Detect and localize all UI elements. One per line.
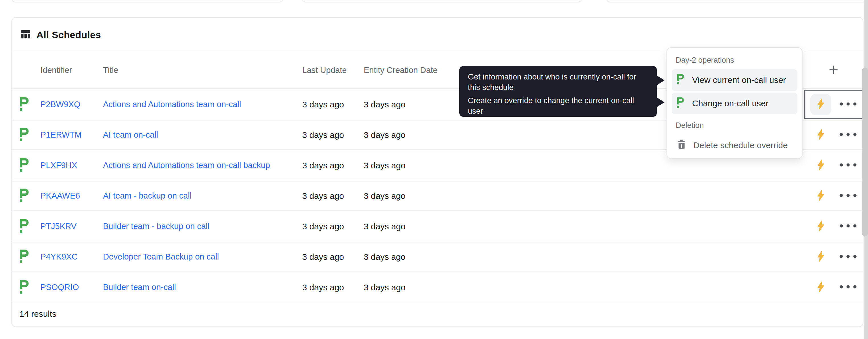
row-actions-cell	[804, 243, 863, 271]
page-title: All Schedules	[36, 29, 101, 40]
row-menu-button[interactable]	[839, 193, 857, 198]
last-update-value: 3 days ago	[302, 191, 344, 201]
row-actions-cell	[804, 120, 863, 149]
schedule-title-link[interactable]: Builder team - backup on call	[103, 222, 210, 231]
row-menu-button[interactable]	[839, 133, 857, 137]
schedule-title-link[interactable]: Developer Team Backup on call	[103, 252, 219, 261]
ellipsis-icon	[839, 163, 857, 168]
pagerduty-icon	[20, 199, 30, 203]
pagerduty-icon	[20, 290, 30, 295]
pagerduty-icon	[20, 138, 30, 142]
row-context-menu: Day-2 operations View current on-call us…	[666, 47, 803, 159]
tooltip-line: Create an override to change the current…	[468, 95, 648, 116]
row-menu-button[interactable]	[839, 102, 857, 107]
menu-item-view-current-on-call-user[interactable]: View current on-call user	[672, 69, 798, 91]
entity-creation-date-value: 3 days ago	[364, 161, 406, 170]
last-update-value: 3 days ago	[302, 252, 344, 261]
menu-item-delete-schedule-override[interactable]: Delete schedule override	[672, 135, 798, 156]
row-menu-button[interactable]	[839, 285, 857, 290]
menu-item-change-on-call-user[interactable]: Change on-call user	[672, 92, 798, 114]
schedule-identifier-link[interactable]: P2BW9XQ	[40, 100, 80, 109]
lightning-icon	[817, 251, 825, 263]
lightning-icon	[817, 281, 825, 293]
table-columns-icon	[21, 29, 31, 40]
column-header-last-update: Last Update	[302, 65, 364, 75]
pagerduty-icon	[20, 229, 30, 234]
partial-card-top-left	[11, 0, 283, 2]
row-actions-cell	[804, 151, 863, 180]
schedule-identifier-link[interactable]: PKAAWE6	[40, 191, 80, 200]
entity-creation-date-value: 3 days ago	[364, 130, 406, 140]
ellipsis-icon	[839, 193, 857, 198]
tooltip-arrow	[657, 97, 664, 107]
ellipsis-icon	[839, 224, 857, 229]
quick-actions-button[interactable]	[810, 247, 831, 267]
row-actions-cell	[804, 273, 863, 302]
entity-creation-date-value: 3 days ago	[364, 252, 406, 261]
entity-creation-date-value: 3 days ago	[364, 100, 406, 109]
pagerduty-icon	[20, 107, 30, 112]
schedule-identifier-link[interactable]: PSOQRIO	[40, 283, 79, 292]
quick-actions-button[interactable]	[810, 94, 831, 115]
lightning-icon	[817, 129, 825, 141]
menu-section-label: Day-2 operations	[672, 54, 798, 69]
table-row[interactable]: PTJ5KRV Builder team - backup on call 3 …	[12, 211, 863, 241]
ellipsis-icon	[839, 102, 857, 107]
pagerduty-icon	[677, 97, 685, 110]
lightning-icon	[817, 98, 825, 110]
partial-card-top-middle	[302, 0, 582, 2]
schedule-title-link[interactable]: AI team - backup on call	[103, 191, 191, 200]
last-update-value: 3 days ago	[302, 100, 344, 109]
quick-actions-button[interactable]	[810, 186, 831, 206]
entity-creation-date-value: 3 days ago	[364, 191, 406, 201]
column-header-title: Title	[103, 65, 302, 75]
table-row[interactable]: P4YK9XC Developer Team Backup on call 3 …	[12, 242, 863, 272]
trash-icon	[677, 140, 686, 151]
ellipsis-icon	[839, 254, 857, 259]
quick-actions-button[interactable]	[810, 124, 831, 146]
menu-item-label: Delete schedule override	[693, 140, 788, 150]
row-menu-button[interactable]	[839, 254, 857, 259]
table-row[interactable]: PSOQRIO Builder team on-call 3 days ago …	[12, 273, 863, 302]
menu-item-label: View current on-call user	[692, 75, 786, 85]
partial-card-top-right	[606, 0, 868, 2]
tooltip-line: Get information about who is currently o…	[468, 72, 648, 92]
schedule-title-link[interactable]: Actions and Automations team on-call	[103, 100, 241, 109]
card-header: All Schedules	[12, 18, 863, 52]
table-row[interactable]: PKAAWE6 AI team - backup on call 3 days …	[12, 181, 863, 210]
schedule-identifier-link[interactable]: P1ERWTM	[40, 130, 82, 139]
schedule-title-link[interactable]: Builder team on-call	[103, 283, 176, 292]
tooltip-arrow	[657, 76, 664, 85]
last-update-value: 3 days ago	[302, 222, 344, 231]
schedule-identifier-link[interactable]: PLXF9HX	[40, 161, 77, 170]
schedule-identifier-link[interactable]: PTJ5KRV	[40, 222, 76, 231]
add-schedule-button[interactable]	[826, 63, 841, 78]
last-update-value: 3 days ago	[302, 283, 344, 292]
scrollbar-thumb[interactable]	[862, 67, 868, 236]
quick-actions-button[interactable]	[810, 216, 831, 237]
quick-actions-button[interactable]	[810, 277, 831, 298]
menu-item-label: Change on-call user	[692, 98, 769, 108]
schedule-title-link[interactable]: Actions and Automations team on-call bac…	[103, 161, 270, 170]
lightning-icon	[817, 190, 825, 202]
ellipsis-icon	[839, 133, 857, 137]
results-count: 14 results	[12, 302, 863, 326]
row-actions-cell	[804, 181, 863, 210]
last-update-value: 3 days ago	[302, 130, 344, 140]
row-menu-button[interactable]	[839, 163, 857, 168]
row-actions-cell	[804, 90, 863, 119]
lightning-icon	[817, 221, 825, 232]
ellipsis-icon	[839, 285, 857, 290]
pagerduty-icon	[20, 259, 30, 264]
schedule-identifier-link[interactable]: P4YK9XC	[40, 252, 78, 261]
row-menu-button[interactable]	[839, 224, 857, 229]
pagerduty-icon	[677, 74, 685, 87]
schedule-title-link[interactable]: AI team on-call	[103, 130, 158, 139]
entity-creation-date-value: 3 days ago	[364, 222, 406, 231]
lightning-icon	[817, 160, 825, 171]
column-header-identifier: Identifier	[40, 65, 103, 75]
menu-section-label: Deletion	[672, 114, 798, 135]
plus-icon	[828, 64, 839, 76]
entity-creation-date-value: 3 days ago	[364, 283, 406, 292]
quick-actions-button[interactable]	[810, 155, 831, 176]
